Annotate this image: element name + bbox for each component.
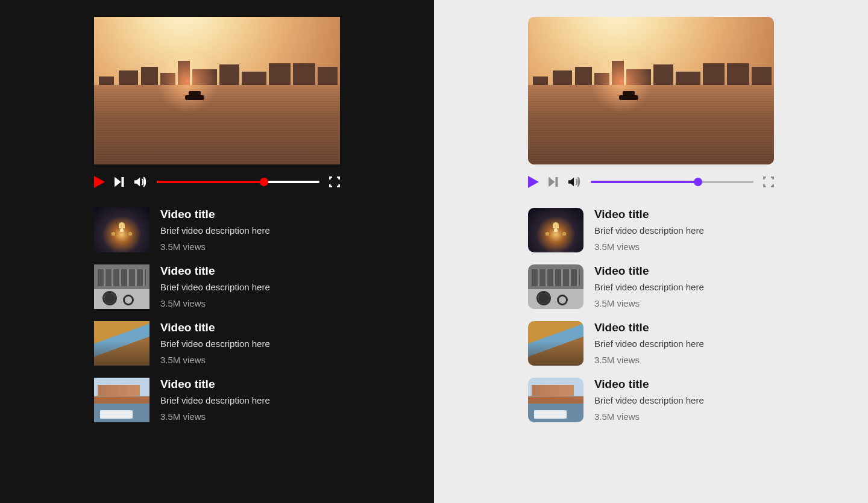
video-list-item[interactable]: Video title Brief video description here… bbox=[94, 208, 340, 252]
progress-fill bbox=[591, 181, 698, 183]
video-description: Brief video description here bbox=[160, 339, 270, 349]
video-views: 3.5M views bbox=[594, 242, 704, 252]
video-views: 3.5M views bbox=[594, 298, 704, 308]
player-frame[interactable] bbox=[528, 17, 774, 164]
related-videos: Video title Brief video description here… bbox=[94, 208, 340, 422]
video-description: Brief video description here bbox=[594, 395, 704, 405]
volume-button[interactable] bbox=[568, 176, 581, 188]
video-title: Video title bbox=[594, 321, 704, 335]
progress-knob[interactable] bbox=[694, 178, 702, 186]
video-list-item[interactable]: Video title Brief video description here… bbox=[94, 321, 340, 366]
light-theme-panel: Video title Brief video description here… bbox=[434, 0, 868, 503]
video-thumbnail bbox=[528, 264, 583, 309]
svg-rect-0 bbox=[122, 177, 124, 187]
player-controls bbox=[528, 173, 774, 191]
related-videos: Video title Brief video description here… bbox=[528, 208, 774, 422]
dark-theme-panel: Video title Brief video description here… bbox=[0, 0, 434, 503]
video-thumbnail bbox=[94, 378, 149, 422]
video-description: Brief video description here bbox=[594, 339, 704, 349]
video-title: Video title bbox=[160, 378, 270, 392]
video-description: Brief video description here bbox=[160, 282, 270, 292]
video-views: 3.5M views bbox=[160, 411, 270, 422]
video-title: Video title bbox=[160, 264, 270, 278]
progress-fill bbox=[157, 181, 264, 183]
video-views: 3.5M views bbox=[594, 411, 704, 422]
video-description: Brief video description here bbox=[160, 395, 270, 405]
video-views: 3.5M views bbox=[160, 298, 270, 308]
video-views: 3.5M views bbox=[594, 355, 704, 365]
video-list-item[interactable]: Video title Brief video description here… bbox=[94, 378, 340, 422]
video-title: Video title bbox=[594, 378, 704, 392]
video-list-item[interactable]: Video title Brief video description here… bbox=[94, 264, 340, 309]
video-player bbox=[94, 17, 340, 191]
video-description: Brief video description here bbox=[160, 225, 270, 236]
video-title: Video title bbox=[594, 208, 704, 222]
video-list-item[interactable]: Video title Brief video description here… bbox=[528, 378, 774, 422]
next-button[interactable] bbox=[549, 177, 558, 187]
video-thumbnail bbox=[528, 208, 583, 252]
video-views: 3.5M views bbox=[160, 242, 270, 252]
player-frame[interactable] bbox=[94, 17, 340, 164]
video-thumbnail bbox=[528, 321, 583, 366]
volume-button[interactable] bbox=[134, 176, 147, 188]
video-thumbnail bbox=[94, 264, 149, 309]
progress-scrubber[interactable] bbox=[157, 180, 319, 184]
video-list-item[interactable]: Video title Brief video description here… bbox=[528, 321, 774, 366]
video-thumbnail bbox=[94, 321, 149, 366]
video-title: Video title bbox=[160, 321, 270, 335]
video-list-item[interactable]: Video title Brief video description here… bbox=[528, 208, 774, 252]
player-controls bbox=[94, 173, 340, 191]
progress-scrubber[interactable] bbox=[591, 180, 753, 184]
video-description: Brief video description here bbox=[594, 282, 704, 292]
play-button[interactable] bbox=[94, 176, 105, 188]
svg-rect-1 bbox=[556, 177, 558, 187]
video-title: Video title bbox=[160, 208, 270, 222]
video-views: 3.5M views bbox=[160, 355, 270, 365]
progress-knob[interactable] bbox=[260, 178, 268, 186]
video-title: Video title bbox=[594, 264, 704, 278]
play-button[interactable] bbox=[528, 176, 539, 188]
video-thumbnail bbox=[528, 378, 583, 422]
fullscreen-button[interactable] bbox=[763, 177, 774, 187]
video-thumbnail bbox=[94, 208, 149, 252]
video-list-item[interactable]: Video title Brief video description here… bbox=[528, 264, 774, 309]
next-button[interactable] bbox=[115, 177, 124, 187]
video-player bbox=[528, 17, 774, 191]
video-description: Brief video description here bbox=[594, 225, 704, 236]
fullscreen-button[interactable] bbox=[329, 177, 340, 187]
